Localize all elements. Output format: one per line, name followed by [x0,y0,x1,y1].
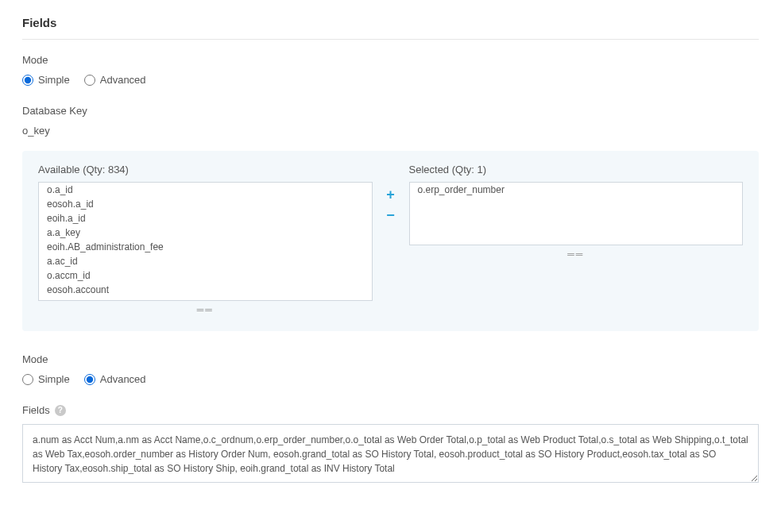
database-key-label: Database Key [22,105,759,117]
mode1-simple-label: Simple [38,74,70,86]
available-item[interactable]: o.a_id [39,183,372,197]
mode-radio-group-1: Simple Advanced [22,74,759,86]
mode-radio-group-2: Simple Advanced [22,373,759,385]
field-picker-panel: Available (Qty: 834) o.a_ideosoh.a_ideoi… [22,151,759,331]
available-listbox[interactable]: o.a_ideosoh.a_ideoih.a_ida.a_keyeoih.AB_… [38,182,373,301]
available-item[interactable]: eoih.AB_administration_fee [39,240,372,254]
database-key-value: o_key [22,125,759,137]
add-field-button[interactable]: + [384,187,398,202]
mode1-advanced-radio[interactable] [84,75,95,86]
section-title: Fields [22,16,759,40]
mode1-advanced-label: Advanced [100,74,146,86]
mode2-advanced-option[interactable]: Advanced [84,373,146,385]
selected-listbox[interactable]: o.erp_order_number [409,182,744,245]
mode1-advanced-option[interactable]: Advanced [84,74,146,86]
mode-label: Mode [22,54,759,66]
available-item[interactable]: a.a_key [39,226,372,240]
fields-label: Fields [22,404,50,416]
available-item[interactable]: o.accm_id [39,268,372,283]
remove-field-button[interactable]: − [384,208,398,222]
available-header: Available (Qty: 834) [38,164,373,175]
mode2-simple-label: Simple [38,373,70,385]
mode2-advanced-label: Advanced [100,373,146,385]
available-item[interactable]: eoih.a_id [39,211,372,226]
selected-header: Selected (Qty: 1) [409,164,744,175]
fields-textarea[interactable] [22,424,759,483]
available-item[interactable]: eosoh.a_id [39,197,372,211]
mode2-advanced-radio[interactable] [84,374,95,385]
available-item[interactable]: a.account_manager_id [39,297,372,301]
drag-handle-icon[interactable]: ══ [38,304,373,315]
selected-item[interactable]: o.erp_order_number [410,183,743,197]
available-item[interactable]: eosoh.account [39,283,372,297]
drag-handle-icon[interactable]: ══ [409,249,744,260]
mode1-simple-option[interactable]: Simple [22,74,70,86]
mode2-label: Mode [22,353,759,365]
mode2-simple-radio[interactable] [22,374,33,385]
mode1-simple-radio[interactable] [22,75,33,86]
help-icon[interactable]: ? [55,405,66,416]
available-item[interactable]: a.ac_id [39,254,372,268]
mode2-simple-option[interactable]: Simple [22,373,70,385]
